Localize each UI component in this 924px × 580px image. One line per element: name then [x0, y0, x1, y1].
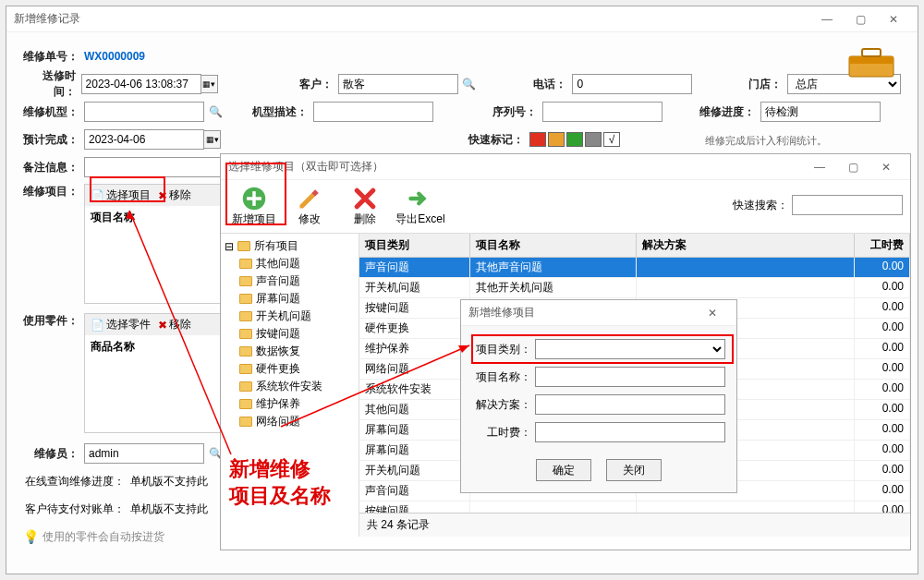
dlg3-sol-input[interactable]	[535, 394, 725, 415]
model-input[interactable]	[84, 102, 204, 122]
plus-circle-icon	[241, 186, 267, 211]
repair-items-label: 维修项目：	[23, 184, 79, 199]
calendar-icon[interactable]: ▦▾	[201, 75, 218, 93]
folder-icon	[239, 364, 252, 374]
tree-item[interactable]: 声音问题	[225, 272, 355, 290]
quick-search-input[interactable]	[792, 195, 903, 215]
tree-item[interactable]: 开关机问题	[225, 308, 355, 325]
tree-item[interactable]: 硬件更换	[225, 360, 355, 378]
minimize-button[interactable]: ―	[803, 157, 836, 177]
svg-rect-1	[849, 56, 894, 64]
table-row[interactable]: 声音问题其他声音问题0.00	[359, 258, 910, 278]
doc-plus-icon: 📄	[91, 319, 104, 332]
progress-label: 维修进度：	[699, 104, 755, 120]
tree-item[interactable]: 按键问题	[225, 325, 355, 343]
mark-red[interactable]	[529, 132, 546, 147]
search-icon[interactable]: 🔍	[460, 75, 478, 93]
quickmark-label: 快速标记：	[465, 132, 524, 148]
maximize-button[interactable]: ▢	[844, 9, 877, 30]
bulb-icon: 💡	[23, 529, 39, 544]
folder-icon	[239, 329, 252, 339]
folder-icon	[239, 311, 252, 321]
expect-input[interactable]	[84, 129, 204, 150]
mark-orange[interactable]	[548, 132, 565, 147]
remark-label: 备注信息：	[23, 160, 79, 175]
cancel-button[interactable]: 关闭	[606, 459, 662, 481]
parts-tip: 使用的零件会自动按进货	[43, 529, 164, 545]
mark-gray[interactable]	[585, 132, 602, 147]
delete-item-button[interactable]: 删除	[339, 186, 391, 227]
serial-input[interactable]	[542, 102, 663, 122]
folder-icon	[239, 276, 252, 286]
export-icon	[407, 186, 433, 211]
model-desc-label: 机型描述：	[252, 104, 308, 120]
dlg3-cat-label: 项目类别：	[472, 342, 531, 357]
customer-input[interactable]	[338, 74, 458, 94]
phone-input[interactable]	[572, 74, 692, 94]
mark-green[interactable]	[566, 132, 583, 147]
use-parts-label: 使用零件：	[23, 313, 79, 329]
dlg3-sol-label: 解决方案：	[472, 397, 531, 413]
export-excel-button[interactable]: 导出Excel	[395, 186, 446, 227]
model-desc-input[interactable]	[313, 102, 433, 122]
dlg3-cat-select[interactable]	[535, 339, 725, 359]
annotation-text: 新增维修 项目及名称	[229, 456, 331, 509]
table-row[interactable]: 按键问题0.00	[359, 501, 910, 513]
dlg2-title: 选择维修项目（双击即可选择）	[228, 159, 803, 175]
staff-label: 维修员：	[23, 446, 79, 462]
wait-pay-label: 客户待支付对账单：	[23, 501, 125, 517]
tree-item[interactable]: 数据恢复	[225, 343, 355, 360]
main-titlebar: 新增维修记录 ― ▢ ✕	[6, 6, 918, 32]
select-part-button[interactable]: 📄选择零件	[91, 317, 151, 332]
delete-icon	[352, 186, 378, 211]
pencil-icon	[297, 186, 322, 211]
close-button[interactable]: ✕	[696, 303, 729, 323]
model-label: 维修机型：	[23, 104, 79, 120]
tree-item[interactable]: 维护保养	[225, 395, 355, 413]
tree-item[interactable]: 其他问题	[225, 255, 355, 272]
tree-item[interactable]: 系统软件安装	[225, 378, 355, 395]
send-time-label: 送修时间：	[23, 68, 76, 100]
folder-icon	[237, 241, 250, 251]
select-item-button[interactable]: 📄选择项目	[91, 187, 151, 203]
remark-input[interactable]	[84, 157, 223, 177]
folder-icon	[239, 399, 252, 409]
search-icon[interactable]: 🔍	[206, 103, 225, 121]
ok-button[interactable]: 确定	[536, 459, 591, 481]
edit-item-button[interactable]: 修改	[284, 186, 335, 227]
dlg3-name-label: 项目名称：	[472, 369, 531, 385]
grid-header: 项目类别 项目名称 解决方案 工时费	[359, 234, 910, 258]
minimize-button[interactable]: ―	[810, 9, 844, 30]
tree-item[interactable]: 网络问题	[225, 413, 355, 430]
serial-label: 序列号：	[481, 104, 537, 120]
quick-search-label: 快速搜索：	[733, 198, 788, 213]
wait-pay-value: 单机版不支持此	[130, 501, 208, 517]
expect-label: 预计完成：	[23, 132, 79, 148]
close-button[interactable]: ✕	[869, 157, 903, 177]
add-item-dialog: 新增维修项目 ✕ 项目类别： 项目名称： 解决方案： 工时费： 确定 关闭	[460, 299, 737, 493]
tree-collapse-icon[interactable]: ⊟	[225, 240, 234, 253]
close-button[interactable]: ✕	[877, 9, 910, 30]
add-item-button[interactable]: 新增项目	[228, 186, 280, 227]
profit-note: 维修完成后计入利润统计。	[705, 134, 827, 148]
remove-part-button[interactable]: ✖移除	[158, 317, 191, 332]
dlg3-name-input[interactable]	[535, 367, 725, 387]
send-time-input[interactable]	[81, 74, 201, 94]
toolbox-icon	[844, 43, 899, 80]
dlg3-fee-label: 工时费：	[472, 425, 531, 441]
calendar-icon[interactable]: ▦▾	[204, 130, 221, 149]
folder-icon	[239, 346, 252, 356]
main-title: 新增维修记录	[14, 11, 810, 27]
mark-check[interactable]: √	[603, 132, 620, 147]
maximize-button[interactable]: ▢	[836, 157, 869, 177]
remove-item-button[interactable]: ✖移除	[158, 187, 191, 203]
dlg3-title: 新增维修项目	[468, 305, 696, 320]
dlg3-fee-input[interactable]	[535, 422, 725, 442]
staff-input[interactable]	[84, 443, 204, 464]
table-row[interactable]: 开关机问题其他开关机问题0.00	[359, 278, 910, 298]
online-query-value: 单机版不支持此	[130, 474, 208, 489]
progress-input[interactable]	[760, 102, 881, 122]
doc-plus-icon: 📄	[91, 189, 104, 202]
tree-item[interactable]: 屏幕问题	[225, 290, 355, 308]
online-query-label: 在线查询维修进度：	[23, 474, 125, 489]
